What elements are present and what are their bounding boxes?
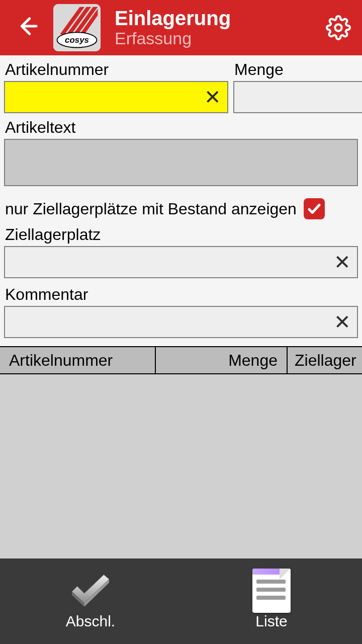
- kommentar-field: Kommentar ✕: [4, 285, 358, 338]
- artikeltext-wrap: [4, 139, 358, 186]
- abschl-label: Abschl.: [66, 613, 115, 630]
- artikeltext-display: [10, 143, 352, 182]
- kommentar-input-wrap: ✕: [4, 306, 358, 338]
- artikelnummer-input[interactable]: [11, 82, 202, 112]
- bottom-bar: Abschl. Liste: [0, 558, 362, 644]
- svg-point-8: [335, 24, 341, 31]
- kommentar-input[interactable]: [11, 307, 332, 337]
- filter-row: nur Ziellagerplätze mit Bestand anzeigen: [4, 198, 358, 219]
- checkmark-icon: [68, 573, 113, 609]
- artikelnummer-clear-icon[interactable]: ✕: [202, 86, 223, 109]
- list-icon: [249, 573, 294, 609]
- ziellager-input-wrap: ✕: [4, 246, 358, 278]
- filter-checkbox[interactable]: [304, 198, 325, 219]
- menge-input[interactable]: [240, 82, 362, 112]
- menge-label: Menge: [233, 60, 362, 79]
- filter-label: nur Ziellagerplätze mit Bestand anzeigen: [5, 200, 297, 218]
- ziellager-clear-icon[interactable]: ✕: [332, 251, 353, 274]
- app-logo: cosys: [53, 4, 101, 51]
- menge-input-wrap: ✕: [233, 81, 362, 113]
- settings-button[interactable]: [326, 15, 351, 40]
- form-area: Artikelnummer ✕ Menge ✕ Artikeltext nur …: [0, 55, 362, 346]
- artikeltext-field: Artikeltext: [4, 118, 358, 186]
- table-body: [0, 374, 362, 558]
- ziellager-label: Ziellagerplatz: [4, 225, 358, 244]
- header-titles: Einlagerung Erfassung: [115, 7, 231, 48]
- table-col-menge: Menge: [156, 347, 288, 373]
- back-button[interactable]: [15, 15, 38, 41]
- liste-button[interactable]: Liste: [181, 558, 362, 644]
- menge-field: Menge ✕: [233, 60, 362, 113]
- ziellager-field: Ziellagerplatz ✕: [4, 225, 358, 278]
- kommentar-clear-icon[interactable]: ✕: [332, 310, 353, 334]
- svg-text:cosys: cosys: [65, 35, 89, 45]
- table-col-ziellager: Ziellager: [288, 347, 362, 373]
- kommentar-label: Kommentar: [4, 285, 358, 304]
- table-header: Artikelnummer Menge Ziellager: [0, 346, 362, 374]
- ziellager-input[interactable]: [11, 247, 332, 277]
- table-col-artikelnummer: Artikelnummer: [0, 347, 156, 373]
- abschl-button[interactable]: Abschl.: [0, 558, 181, 644]
- artikelnummer-field: Artikelnummer ✕: [4, 60, 228, 113]
- artikeltext-label: Artikeltext: [4, 118, 358, 137]
- page-title: Einlagerung: [115, 7, 231, 30]
- page-subtitle: Erfassung: [115, 29, 231, 48]
- app-header: cosys Einlagerung Erfassung: [0, 0, 362, 55]
- artikelnummer-label: Artikelnummer: [4, 60, 228, 79]
- liste-label: Liste: [255, 613, 287, 630]
- artikelnummer-input-wrap: ✕: [4, 81, 228, 113]
